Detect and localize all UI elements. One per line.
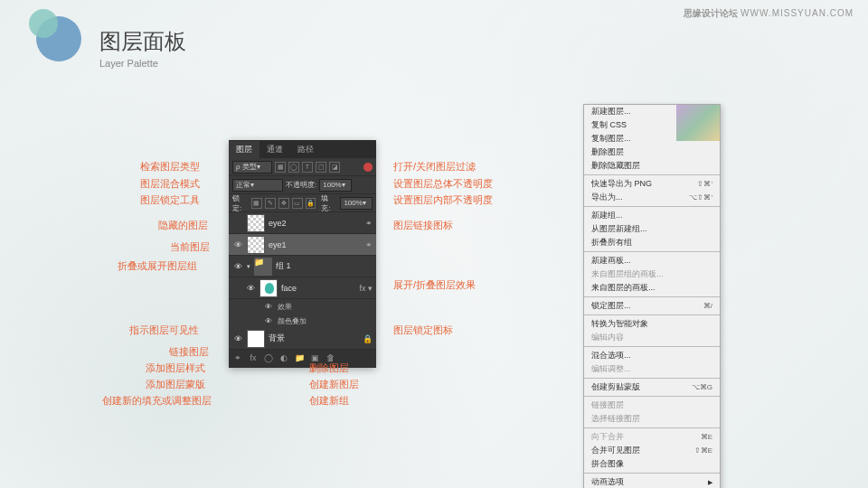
layer-thumbnail — [247, 330, 265, 348]
callout: 图层锁定图标 — [393, 324, 453, 337]
layer-name[interactable]: 组 1 — [276, 260, 373, 272]
layer-mask-button[interactable]: ◯ — [263, 353, 274, 364]
fx-effects-row[interactable]: 👁 效果 — [229, 299, 376, 314]
layer-thumbnail — [247, 236, 265, 254]
callout: 创建新的填充或调整图层 — [102, 394, 212, 408]
menu-item: 来自图层组的画板... — [584, 267, 720, 281]
layer-row[interactable]: 👁 face fx ▾ — [229, 277, 376, 299]
lock-all-icon[interactable]: 🔒 — [306, 198, 316, 209]
link-icon: ⚭ — [365, 240, 373, 249]
callout: 图层锁定工具 — [140, 193, 200, 207]
lock-position-icon[interactable]: ✥ — [278, 198, 289, 209]
callout: 设置图层总体不透明度 — [393, 177, 493, 191]
lock-artboard-icon[interactable]: ▭ — [292, 198, 303, 209]
filter-pixels-icon[interactable]: ▦ — [275, 162, 286, 173]
layer-name[interactable]: eye2 — [269, 219, 362, 228]
layer-name[interactable]: face — [281, 284, 355, 293]
visibility-icon[interactable]: 👁 — [263, 315, 274, 326]
layer-name[interactable]: eye1 — [269, 240, 362, 249]
fx-icon[interactable]: fx ▾ — [359, 284, 373, 293]
fill-input[interactable]: 100% ▾ — [340, 197, 373, 210]
fx-item-row[interactable]: 👁 颜色叠加 — [229, 314, 376, 328]
panel-tabs: 图层 通道 路径 — [229, 140, 376, 158]
menu-item[interactable]: 删除隐藏图层 — [584, 159, 720, 173]
lock-icon: 🔒 — [363, 334, 373, 343]
menu-item[interactable]: 从图层新建组... — [584, 222, 720, 236]
menu-item: 选择链接图层 — [584, 412, 720, 426]
callout: 图层链接图标 — [393, 219, 453, 232]
visibility-icon[interactable]: 👁 — [232, 333, 243, 344]
menu-item: 编辑内容 — [584, 331, 720, 344]
layers-panel: 图层 通道 路径 ρ 类型 ▾ ▦ ◯ T ▢ ◪ 正常 ▾ 不透明度: 100… — [229, 140, 376, 368]
fx-label: 效果 — [278, 302, 292, 312]
blend-mode-dropdown[interactable]: 正常 ▾ — [232, 179, 283, 192]
kind-dropdown[interactable]: ρ 类型 ▾ — [232, 161, 272, 174]
callout: 创建新图层 — [309, 378, 359, 391]
menu-item[interactable]: 动画选项▶ — [584, 475, 720, 488]
callout: 添加图层样式 — [146, 361, 205, 375]
logo — [36, 16, 81, 61]
menu-item[interactable]: 来自图层的画板... — [584, 281, 720, 295]
menu-item[interactable]: 快速导出为 PNG⇧⌘' — [584, 177, 720, 191]
layer-name[interactable]: 背景 — [269, 333, 359, 344]
menu-item[interactable]: 混合选项... — [584, 349, 720, 362]
menu-item: 编辑调整... — [584, 362, 720, 376]
visibility-icon[interactable]: 👁 — [263, 301, 274, 312]
menu-item[interactable]: 转换为智能对象 — [584, 317, 720, 331]
callout: 设置图层内部不透明度 — [393, 193, 493, 207]
callout: 当前图层 — [170, 240, 210, 254]
fx-item-label: 颜色叠加 — [278, 316, 307, 326]
visibility-icon[interactable]: 👁 — [232, 239, 243, 250]
filter-smart-icon[interactable]: ◪ — [329, 162, 340, 173]
menu-item[interactable]: 删除图层 — [584, 145, 720, 159]
filter-adjust-icon[interactable]: ◯ — [288, 162, 299, 173]
menu-item[interactable]: 锁定图层...⌘/ — [584, 299, 720, 313]
blend-row: 正常 ▾ 不透明度: 100% ▾ — [229, 176, 376, 194]
opacity-input[interactable]: 100% ▾ — [319, 179, 352, 192]
watermark: 思缘设计论坛 WWW.MISSYUAN.COM — [684, 7, 854, 20]
adjustment-layer-button[interactable]: ◐ — [278, 353, 289, 364]
lock-brush-icon[interactable]: ✎ — [265, 198, 276, 209]
menu-item[interactable]: 合并可见图层⇧⌘E — [584, 444, 720, 457]
new-group-button[interactable]: 📁 — [294, 353, 305, 364]
visibility-icon[interactable]: 👁 — [232, 261, 243, 272]
menu-item[interactable]: 新建组... — [584, 209, 720, 222]
disclosure-icon[interactable]: ▾ — [247, 263, 250, 270]
folder-icon: 📁 — [254, 258, 272, 276]
menu-item[interactable]: 创建剪贴蒙版⌥⌘G — [584, 380, 720, 394]
menu-item[interactable]: 新建画板... — [584, 254, 720, 267]
filter-type-icon[interactable]: T — [302, 162, 313, 173]
link-layers-button[interactable]: ⚭ — [232, 353, 243, 364]
callout: 指示图层可见性 — [129, 324, 199, 337]
panel-context-menu: 新建图层...⇧⌘N复制 CSS复制图层...删除图层删除隐藏图层快速导出为 P… — [583, 104, 721, 488]
lock-pixels-icon[interactable]: ▦ — [251, 198, 262, 209]
callout: 打开/关闭图层过滤 — [393, 160, 476, 174]
layer-thumbnail — [259, 279, 278, 297]
tab-channels[interactable]: 通道 — [259, 141, 290, 158]
link-icon: ⚭ — [365, 219, 373, 228]
callout: 链接图层 — [169, 345, 209, 359]
tab-layers[interactable]: 图层 — [229, 141, 259, 158]
menu-item: 向下合并⌘E — [584, 430, 720, 444]
callout: 展开/折叠图层效果 — [393, 278, 476, 292]
menu-item[interactable]: 折叠所有组 — [584, 236, 720, 249]
filter-row: ρ 类型 ▾ ▦ ◯ T ▢ ◪ — [229, 158, 376, 176]
layer-style-button[interactable]: fx — [248, 353, 259, 364]
menu-item[interactable]: 导出为...⌥⇧⌘' — [584, 191, 720, 204]
callout: 删除图层 — [309, 361, 349, 375]
layer-row[interactable]: 👁 eye1 ⚭ — [229, 234, 376, 256]
layer-row[interactable]: 👁 背景 🔒 — [229, 328, 376, 350]
layer-row[interactable]: eye2 ⚭ — [229, 212, 376, 234]
panel-footer: ⚭ fx ◯ ◐ 📁 ▣ 🗑 — [229, 350, 376, 368]
filter-toggle-icon[interactable] — [363, 163, 373, 172]
menu-item[interactable]: 拼合图像 — [584, 457, 720, 471]
visibility-icon[interactable]: 👁 — [245, 283, 256, 294]
callout: 创建新组 — [309, 394, 349, 408]
callout: 检索图层类型 — [140, 160, 200, 174]
filter-shape-icon[interactable]: ▢ — [316, 162, 326, 173]
visibility-icon[interactable] — [232, 218, 243, 229]
layer-row[interactable]: 👁 ▾ 📁 组 1 — [229, 256, 376, 277]
tab-paths[interactable]: 路径 — [290, 141, 321, 158]
callout: 图层混合模式 — [140, 177, 200, 191]
callout: 折叠或展开图层组 — [118, 259, 197, 273]
